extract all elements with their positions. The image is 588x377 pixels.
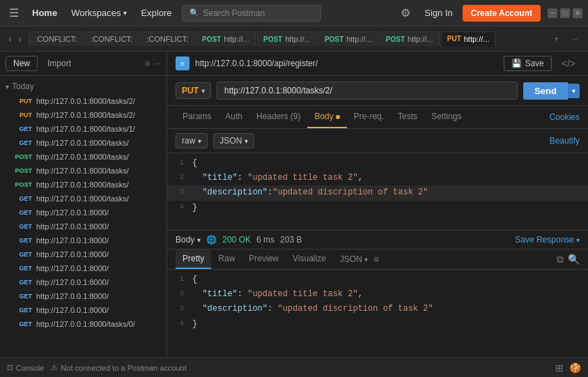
tab-arrows: ‹ › bbox=[6, 32, 24, 46]
sidebar-item[interactable]: GET http://127.0.0.1:8000/tasks/ bbox=[0, 192, 167, 206]
connection-status[interactable]: ⚠ Not connected to a Postman account bbox=[51, 363, 186, 372]
resp-tab-raw[interactable]: Raw bbox=[211, 249, 242, 269]
more-tabs-button[interactable]: ··· bbox=[567, 33, 582, 45]
sidebar-toolbar: New Import ≡ ··· bbox=[0, 52, 167, 76]
tab-conflict-2[interactable]: :CONFLICT: bbox=[84, 31, 139, 46]
resp-tab-visualize[interactable]: Visualize bbox=[286, 249, 333, 269]
body-toolbar: raw ▾ JSON ▾ Beautify bbox=[167, 129, 588, 153]
sidebar-item[interactable]: PUT http://127.0.0.1:8000/tasks/2/ bbox=[0, 108, 167, 122]
code-line: 1 { bbox=[167, 156, 588, 171]
sidebar-item[interactable]: POST http://127.0.0.1:8000/tasks/ bbox=[0, 178, 167, 192]
code-line: 2 "title": "updated title task 2", bbox=[167, 171, 588, 185]
resp-code-line: 1 { bbox=[167, 272, 588, 287]
tab-body[interactable]: Body bbox=[307, 106, 346, 128]
tab-headers[interactable]: Headers (9) bbox=[249, 106, 307, 128]
code-line-highlighted: 3 "description":"updated discription of … bbox=[167, 185, 588, 200]
section-today-header[interactable]: ▾ Today bbox=[0, 79, 167, 94]
sidebar-item[interactable]: GET http://127.0.0.1:8000/ bbox=[0, 303, 167, 317]
tab-conflict-3[interactable]: :CONFLICT: bbox=[140, 31, 194, 46]
sidebar-item[interactable]: POST http://127.0.0.1:8000/tasks/ bbox=[0, 164, 167, 178]
search-response-icon[interactable]: 🔍 bbox=[568, 254, 580, 266]
nav-home[interactable]: Home bbox=[28, 6, 61, 20]
tab-post-3[interactable]: POST http://... bbox=[318, 31, 378, 46]
send-dropdown[interactable]: ▾ bbox=[568, 84, 580, 98]
status-bar: ⊡ Console ⚠ Not connected to a Postman a… bbox=[0, 357, 588, 377]
nav-workspaces[interactable]: Workspaces ▾ bbox=[67, 6, 131, 20]
tab-params[interactable]: Params bbox=[176, 106, 218, 128]
tab-tests[interactable]: Tests bbox=[391, 106, 424, 128]
sidebar-item[interactable]: GET http://127.0.0.1:8000/ bbox=[0, 247, 167, 261]
sidebar-item[interactable]: GET http://127.0.0.1:8000/tasks/0/ bbox=[0, 317, 167, 331]
add-tab-button[interactable]: + bbox=[550, 33, 563, 45]
search-bar[interactable]: 🔍 Search Postman bbox=[182, 5, 321, 22]
resp-tab-pretty[interactable]: Pretty bbox=[176, 249, 211, 269]
body-dot bbox=[336, 115, 340, 119]
response-body: 1 { 3 "title": "updated title task 2", 3… bbox=[167, 270, 588, 357]
sidebar-item[interactable]: GET http://127.0.0.1:8000/ bbox=[0, 261, 167, 275]
code-editor[interactable]: 1 { 2 "title": "updated title task 2", 3… bbox=[167, 153, 588, 230]
sidebar-more-icon[interactable]: ··· bbox=[154, 59, 161, 68]
filter-icon[interactable]: ≡ bbox=[145, 59, 150, 68]
tab-conflict-1[interactable]: :CONFLICT: bbox=[29, 31, 83, 46]
sidebar-item[interactable]: GET http://127.0.0.1:8000/ bbox=[0, 233, 167, 247]
response-actions: ⧉ 🔍 bbox=[557, 254, 580, 266]
sidebar-item[interactable]: GET http://127.0.0.1:8000/ bbox=[0, 275, 167, 289]
tab-list: :CONFLICT: :CONFLICT: :CONFLICT: POST ht… bbox=[29, 31, 546, 47]
send-button[interactable]: Send bbox=[523, 82, 568, 100]
create-account-button[interactable]: Create Account bbox=[463, 5, 541, 22]
sidebar-item[interactable]: PUT http://127.0.0.1:8000/tasks/2/ bbox=[0, 94, 167, 108]
response-body-label[interactable]: Body ▾ bbox=[176, 235, 201, 245]
tab-post-2[interactable]: POST http://... bbox=[257, 31, 317, 46]
sidebar-item[interactable]: GET http://127.0.0.1:8000/tasks/ bbox=[0, 136, 167, 150]
response-tabs: Pretty Raw Preview Visualize JSON ▾ ≡ ⧉ … bbox=[167, 249, 588, 270]
console-icon: ⊡ bbox=[7, 363, 13, 372]
nav-explore[interactable]: Explore bbox=[137, 6, 176, 20]
tab-post-4[interactable]: POST http://... bbox=[380, 31, 440, 46]
content-area: ≡ http://127.0.0.1:8000/api/register/ 💾 … bbox=[167, 52, 588, 357]
status-right-icons: ⊞ 🍪 bbox=[555, 362, 581, 374]
resp-tab-preview[interactable]: Preview bbox=[242, 249, 286, 269]
method-select[interactable]: PUT ▾ bbox=[176, 82, 211, 99]
response-format-select[interactable]: JSON ▾ bbox=[340, 254, 368, 264]
response-time: 6 ms bbox=[256, 235, 274, 245]
import-button[interactable]: Import bbox=[42, 56, 77, 70]
monitor-icon[interactable]: ⊞ bbox=[555, 362, 564, 374]
sidebar-item[interactable]: POST http://127.0.0.1:8000/tasks/ bbox=[0, 150, 167, 164]
search-placeholder: Search Postman bbox=[203, 8, 265, 18]
save-button[interactable]: 💾 Save bbox=[504, 56, 551, 71]
tab-arrow-left[interactable]: ‹ bbox=[6, 32, 15, 46]
tab-auth[interactable]: Auth bbox=[218, 106, 249, 128]
cookies-link[interactable]: Cookies bbox=[550, 112, 580, 122]
resp-code-line: 4 } bbox=[167, 317, 588, 332]
tab-settings[interactable]: Settings bbox=[424, 106, 468, 128]
save-response-button[interactable]: Save Response ▾ bbox=[515, 235, 580, 245]
sidebar-item[interactable]: GET http://127.0.0.1:8000/tasks/1/ bbox=[0, 122, 167, 136]
response-filter-icon[interactable]: ≡ bbox=[373, 254, 379, 265]
tab-arrow-right[interactable]: › bbox=[16, 32, 25, 46]
send-button-group: Send ▾ bbox=[523, 82, 580, 100]
resp-code-line: 3 "title": "updated title task 2", bbox=[167, 287, 588, 302]
copy-icon[interactable]: ⧉ bbox=[557, 254, 564, 266]
console-button[interactable]: ⊡ Console bbox=[7, 363, 44, 372]
request-url-display: http://127.0.0.1:8000/api/register/ bbox=[195, 59, 498, 68]
close-button[interactable]: ✕ bbox=[573, 8, 582, 18]
cookie-icon[interactable]: 🍪 bbox=[569, 362, 581, 374]
tab-put-active[interactable]: PUT http://... bbox=[441, 31, 496, 47]
url-input[interactable] bbox=[217, 82, 518, 100]
tab-prereq[interactable]: Pre-req. bbox=[347, 106, 391, 128]
gear-icon[interactable]: ⚙ bbox=[396, 4, 415, 22]
code-button[interactable]: </> bbox=[557, 56, 580, 70]
new-button[interactable]: New bbox=[6, 56, 38, 71]
json-format-select[interactable]: JSON ▾ bbox=[213, 133, 254, 148]
body-type-select[interactable]: raw ▾ bbox=[176, 133, 208, 148]
sidebar-item[interactable]: GET http://127.0.0.1:8000/ bbox=[0, 206, 167, 220]
sidebar-item[interactable]: GET http://127.0.0.1:8000/ bbox=[0, 220, 167, 233]
beautify-button[interactable]: Beautify bbox=[550, 136, 580, 146]
tab-post-1[interactable]: POST http://... bbox=[196, 31, 256, 46]
warning-icon: ⚠ bbox=[51, 363, 58, 372]
maximize-button[interactable]: □ bbox=[560, 8, 570, 18]
signin-button[interactable]: Sign In bbox=[419, 6, 458, 20]
minimize-button[interactable]: ─ bbox=[548, 8, 557, 18]
hamburger-menu[interactable]: ☰ bbox=[6, 5, 22, 22]
sidebar-item[interactable]: GET http://127.0.0.1:8000/ bbox=[0, 289, 167, 303]
